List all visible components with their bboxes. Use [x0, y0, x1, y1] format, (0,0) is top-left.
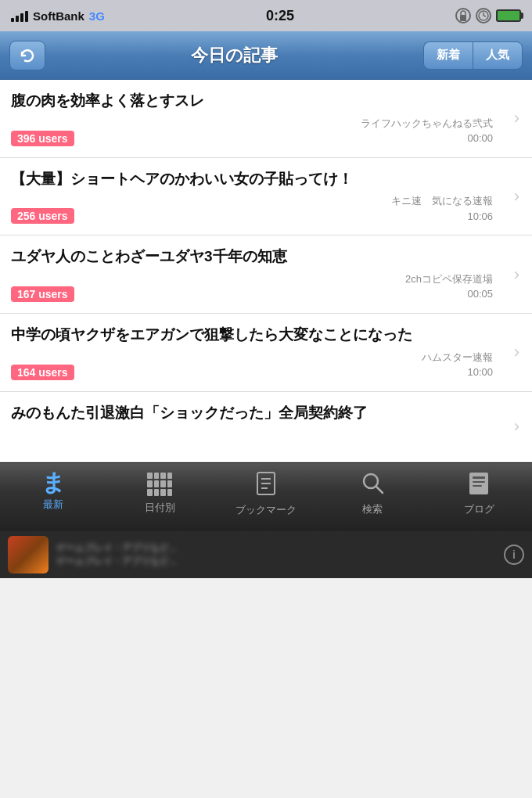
article-title: 中学の頃ヤクザをエアガンで狙撃したら大変なことになった — [11, 325, 493, 345]
lock-icon — [455, 8, 471, 23]
article-meta: 256 users キニ速 気になる速報 10:06 — [11, 193, 493, 224]
article-source: キニ速 気になる速報 10:06 — [391, 193, 493, 224]
status-carrier: SoftBank 3G — [11, 9, 105, 23]
refresh-button[interactable] — [9, 41, 45, 70]
status-time: 0:25 — [266, 8, 294, 24]
article-item[interactable]: 腹の肉を効率よく落とすスレ 396 users ライフハックちゃんねる弐式 00… — [0, 80, 532, 158]
clock-icon — [476, 8, 491, 23]
bookmark-icon — [254, 471, 278, 500]
chevron-right-icon: › — [514, 264, 519, 285]
ad-text: ゲームプレイ・アプリなど... ゲームプレイ・アプリなど... — [56, 541, 496, 568]
article-title: 腹の肉を効率よく落とすスレ — [11, 91, 493, 111]
svg-rect-12 — [473, 481, 485, 483]
chevron-right-icon: › — [514, 416, 519, 437]
article-item[interactable]: 中学の頃ヤクザをエアガンで狙撃したら大変なことになった 164 users ハム… — [0, 314, 532, 392]
tab-item-bookmark[interactable]: ブックマーク — [213, 469, 319, 517]
tab-label-bookmark: ブックマーク — [235, 503, 297, 517]
page-title: 今日の記事 — [191, 44, 278, 67]
tab-bar: ま 最新 日付別 ブックマーク — [0, 462, 532, 531]
article-list: 腹の肉を効率よく落とすスレ 396 users ライフハックちゃんねる弐式 00… — [0, 80, 532, 462]
battery-icon — [496, 9, 521, 22]
new-tab-button[interactable]: 新着 — [423, 41, 473, 70]
article-meta: 164 users ハムスター速報 10:00 — [11, 350, 493, 380]
article-item[interactable]: ユダヤ人のことわざーユダヤ3千年の知恵 167 users 2chコピペ保存道場… — [0, 235, 532, 314]
ma-icon: ま — [41, 471, 66, 494]
svg-rect-13 — [473, 485, 482, 487]
users-badge: 164 users — [11, 365, 74, 380]
signal-icon — [11, 9, 28, 22]
ad-thumbnail — [8, 536, 49, 573]
svg-rect-0 — [460, 15, 466, 21]
ad-banner: ゲームプレイ・アプリなど... ゲームプレイ・アプリなど... i — [0, 531, 532, 578]
status-icons — [455, 8, 521, 23]
article-meta: 396 users ライフハックちゃんねる弐式 00:00 — [11, 116, 493, 146]
tab-item-search[interactable]: 検索 — [319, 469, 426, 516]
article-title: 【大量】ショートヘアのかわいい女の子貼ってけ！ — [11, 169, 493, 189]
svg-rect-11 — [473, 476, 485, 479]
nav-tab-group: 新着 人気 — [423, 41, 523, 70]
tab-item-date[interactable]: 日付別 — [106, 469, 213, 515]
tab-label-search: 検索 — [362, 502, 383, 516]
article-source: ライフハックちゃんねる弐式 00:00 — [361, 116, 493, 146]
blog-icon — [467, 471, 491, 499]
search-icon — [360, 471, 385, 499]
article-title: みのもんた引退激白「ショックだった」全局契約終了 — [11, 403, 493, 423]
ad-info-button[interactable]: i — [504, 545, 524, 565]
svg-line-3 — [483, 16, 486, 16]
chevron-right-icon: › — [514, 186, 519, 207]
tab-item-latest[interactable]: ま 最新 — [0, 469, 106, 512]
article-title: ユダヤ人のことわざーユダヤ3千年の知恵 — [11, 246, 493, 267]
tab-label-date: 日付別 — [145, 501, 175, 515]
article-item[interactable]: みのもんた引退激白「ショックだった」全局契約終了 › — [0, 392, 532, 462]
tab-label-blog: ブログ — [464, 502, 494, 516]
status-bar: SoftBank 3G 0:25 — [0, 0, 532, 31]
users-badge: 256 users — [11, 208, 74, 224]
article-source: 2chコピペ保存道場 00:05 — [405, 271, 493, 302]
tab-item-blog[interactable]: ブログ — [426, 469, 532, 516]
users-badge: 396 users — [11, 131, 74, 146]
svg-rect-10 — [469, 473, 488, 494]
article-meta: 167 users 2chコピペ保存道場 00:05 — [11, 271, 493, 302]
svg-line-9 — [376, 487, 383, 493]
tab-label-latest: 最新 — [43, 498, 63, 512]
chevron-right-icon: › — [514, 108, 519, 128]
popular-tab-button[interactable]: 人気 — [473, 41, 523, 70]
article-source: ハムスター速報 10:00 — [422, 350, 493, 380]
article-item[interactable]: 【大量】ショートヘアのかわいい女の子貼ってけ！ 256 users キニ速 気に… — [0, 158, 532, 236]
chevron-right-icon: › — [514, 342, 519, 362]
nav-bar: 今日の記事 新着 人気 — [0, 31, 532, 80]
users-badge: 167 users — [11, 286, 74, 302]
